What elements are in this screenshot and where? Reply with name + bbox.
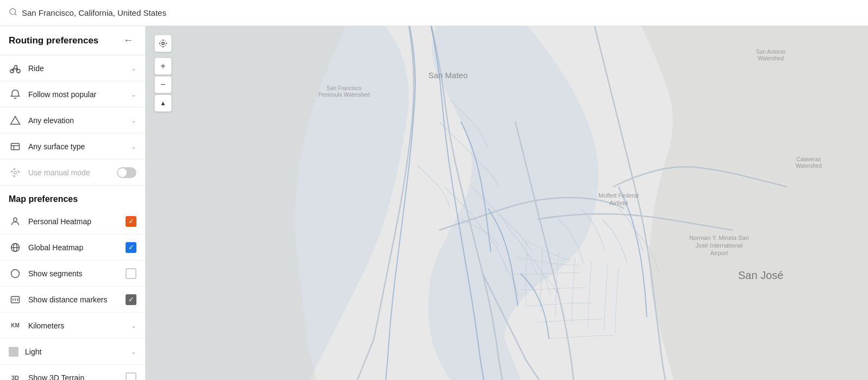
follow-chevron: ⌄	[131, 91, 136, 98]
elevation-chevron: ⌄	[131, 117, 136, 124]
sidebar-item-global-heatmap[interactable]: Global Heatmap ✓	[0, 235, 145, 261]
zoom-in-icon: +	[160, 61, 165, 71]
sidebar-header: Routing preferences ←	[0, 26, 145, 55]
show-distance-markers-label: Show distance markers	[28, 295, 126, 304]
sidebar-item-show-distance-markers[interactable]: Show distance markers ✓	[0, 287, 145, 313]
globe-icon	[9, 241, 22, 254]
map-preferences-header: Map preferences	[0, 186, 145, 208]
svg-point-33	[162, 42, 165, 45]
sidebar: Routing preferences ← Ride ⌄ Follow most…	[0, 26, 146, 380]
sidebar-item-light[interactable]: Light ⌄	[0, 339, 145, 365]
map-controls: + − ▲	[154, 35, 172, 112]
sidebar-item-show-segments[interactable]: Show segments	[0, 261, 145, 287]
bell-icon	[9, 88, 22, 101]
toggle-knob	[118, 168, 127, 177]
any-surface-type-label: Any surface type	[28, 142, 131, 151]
compass-icon: ▲	[160, 99, 166, 107]
show-3d-terrain-label: Show 3D Terrain	[28, 373, 126, 381]
global-heatmap-checkbox[interactable]: ✓	[126, 242, 136, 253]
show-distance-markers-checkbox[interactable]: ✓	[126, 294, 136, 305]
bike-icon	[9, 62, 22, 75]
show-segments-checkbox[interactable]	[126, 268, 136, 279]
svg-point-8	[14, 171, 17, 174]
ride-label: Ride	[28, 64, 131, 73]
km-chevron: ⌄	[131, 322, 136, 330]
sidebar-item-kilometers[interactable]: KM Kilometers ⌄	[0, 313, 145, 339]
light-label: Light	[25, 347, 131, 356]
svg-rect-5	[11, 143, 20, 150]
svg-text:Airport: Airport	[710, 250, 728, 256]
zoom-out-button[interactable]: −	[154, 76, 172, 93]
svg-text:José International: José International	[696, 242, 743, 249]
manual-mode-icon	[9, 166, 22, 179]
personal-heatmap-label: Personal Heatmap	[28, 217, 126, 226]
sidebar-item-manual-mode[interactable]: Use manual mode	[0, 160, 145, 186]
theme-swatch	[9, 347, 18, 357]
ride-chevron: ⌄	[131, 65, 136, 72]
svg-text:Peninsula Watershed: Peninsula Watershed	[319, 92, 370, 98]
location-button[interactable]	[154, 35, 172, 52]
3d-badge: 3D	[9, 375, 22, 381]
km-badge: KM	[9, 322, 22, 328]
manual-mode-label: Use manual mode	[28, 168, 117, 177]
sidebar-item-follow-most-popular[interactable]: Follow most popular ⌄	[0, 81, 145, 107]
svg-point-34	[160, 40, 166, 47]
show-3d-terrain-checkbox[interactable]	[126, 372, 136, 381]
segments-icon	[9, 267, 22, 280]
svg-text:Moffett Federal: Moffett Federal	[598, 192, 639, 199]
surface-icon	[9, 140, 22, 153]
elevation-icon	[9, 114, 22, 127]
follow-most-popular-label: Follow most popular	[28, 90, 131, 99]
search-icon	[9, 8, 17, 18]
sidebar-item-ride[interactable]: Ride ⌄	[0, 55, 145, 81]
zoom-out-icon: −	[160, 80, 165, 90]
svg-text:Calaveras: Calaveras	[796, 156, 821, 162]
sidebar-item-show-3d-terrain[interactable]: 3D Show 3D Terrain	[0, 365, 145, 380]
person-icon	[9, 215, 22, 228]
map-background: San Mateo San Francisco Peninsula Waters…	[146, 26, 868, 380]
svg-text:Watershed: Watershed	[758, 55, 784, 61]
main-content: Routing preferences ← Ride ⌄ Follow most…	[0, 26, 868, 380]
check-mark: ✓	[128, 244, 134, 251]
compass-button[interactable]: ▲	[154, 94, 172, 112]
search-input[interactable]	[22, 8, 239, 17]
svg-marker-4	[11, 116, 20, 124]
top-bar	[0, 0, 868, 26]
svg-text:San Antonio: San Antonio	[756, 49, 785, 55]
svg-text:San Mateo: San Mateo	[428, 71, 468, 80]
sidebar-item-personal-heatmap[interactable]: Personal Heatmap ✓	[0, 208, 145, 235]
any-elevation-label: Any elevation	[28, 116, 131, 125]
sidebar-item-any-surface-type[interactable]: Any surface type ⌄	[0, 134, 145, 160]
svg-text:Norman Y. Mineta San: Norman Y. Mineta San	[689, 235, 749, 241]
map-container: San Mateo San Francisco Peninsula Waters…	[146, 26, 868, 380]
svg-text:Watershed: Watershed	[796, 163, 822, 169]
surface-chevron: ⌄	[131, 143, 136, 150]
svg-point-2	[10, 69, 14, 72]
back-button[interactable]: ←	[120, 34, 136, 47]
sidebar-title: Routing preferences	[9, 35, 98, 46]
svg-point-0	[10, 9, 16, 15]
svg-point-13	[11, 269, 20, 277]
global-heatmap-label: Global Heatmap	[28, 243, 126, 252]
sidebar-item-any-elevation[interactable]: Any elevation ⌄	[0, 107, 145, 134]
svg-text:San Francisco: San Francisco	[327, 85, 361, 91]
svg-point-3	[17, 69, 20, 72]
check-mark: ✓	[128, 218, 134, 225]
svg-line-1	[15, 14, 16, 15]
show-segments-label: Show segments	[28, 269, 126, 278]
manual-mode-toggle[interactable]	[117, 167, 136, 178]
kilometers-label: Kilometers	[28, 321, 131, 330]
light-chevron: ⌄	[131, 348, 136, 356]
zoom-in-button[interactable]: +	[154, 58, 172, 75]
personal-heatmap-checkbox[interactable]: ✓	[126, 216, 136, 227]
check-mark: ✓	[128, 296, 134, 303]
distance-markers-icon	[9, 293, 22, 306]
svg-point-9	[14, 218, 17, 221]
svg-text:San José: San José	[738, 269, 783, 281]
